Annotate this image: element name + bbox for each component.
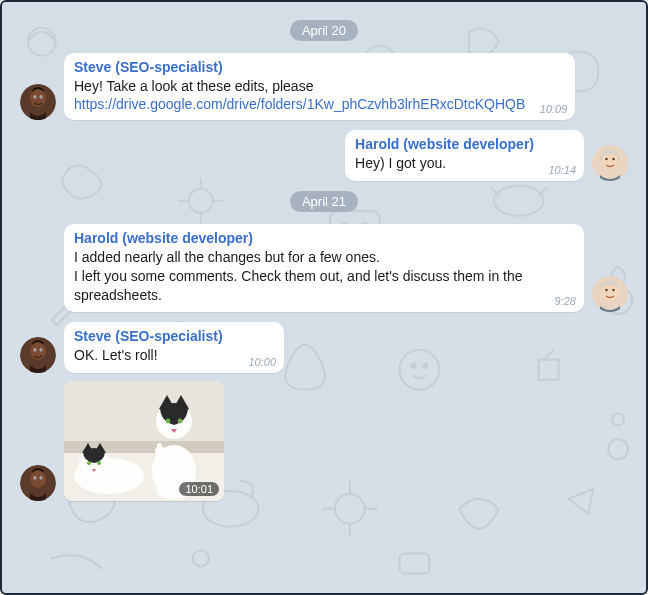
message-row: Steve (SEO-specialist) Hey! Take a look …	[20, 53, 628, 120]
message-bubble[interactable]: Harold (website developer) Hey) I got yo…	[345, 130, 584, 181]
svg-point-25	[34, 96, 35, 97]
message-time: 10:00	[248, 356, 276, 368]
message-text: OK. Let's roll!	[74, 346, 234, 365]
svg-rect-60	[157, 443, 162, 452]
chat-scroll-area[interactable]: April 20 Steve (SEO-specialist) Hey! Tak…	[2, 2, 646, 593]
message-row: Harold (website developer) I added nearl…	[20, 224, 628, 313]
avatar-harold[interactable]	[592, 276, 628, 312]
avatar-steve[interactable]	[20, 337, 56, 373]
svg-point-29	[605, 158, 607, 160]
image-time: 10:01	[179, 482, 219, 496]
message-time: 10:14	[548, 164, 576, 176]
message-row: Harold (website developer) Hey) I got yo…	[20, 130, 628, 181]
svg-point-26	[40, 96, 41, 97]
svg-point-30	[612, 158, 614, 160]
svg-point-42	[30, 470, 46, 488]
message-time: 9:28	[555, 295, 576, 307]
message-time: 10:09	[540, 103, 568, 115]
message-link[interactable]: https://drive.google.com/drive/folders/1…	[74, 96, 525, 112]
avatar-steve[interactable]	[20, 84, 56, 120]
svg-point-39	[34, 350, 35, 351]
message-text: Hey) I got you.	[355, 154, 534, 173]
sender-label: Harold (website developer)	[355, 136, 534, 152]
sender-label: Steve (SEO-specialist)	[74, 59, 525, 75]
message-row: Steve (SEO-specialist) OK. Let's roll! 1…	[20, 322, 628, 373]
svg-point-34	[612, 289, 614, 291]
svg-point-33	[605, 289, 607, 291]
message-bubble[interactable]: Harold (website developer) I added nearl…	[64, 224, 584, 313]
sender-label: Steve (SEO-specialist)	[74, 328, 234, 344]
message-bubble[interactable]: Steve (SEO-specialist) Hey! Take a look …	[64, 53, 575, 120]
chat-window: April 20 Steve (SEO-specialist) Hey! Tak…	[0, 0, 648, 595]
message-bubble[interactable]: Steve (SEO-specialist) OK. Let's roll! 1…	[64, 322, 284, 373]
svg-point-52	[87, 461, 91, 465]
date-separator: April 21	[290, 191, 358, 212]
message-row: 10:01	[20, 381, 628, 501]
image-attachment[interactable]: 10:01	[64, 381, 224, 501]
svg-point-57	[178, 419, 183, 424]
avatar-steve[interactable]	[20, 465, 56, 501]
svg-point-46	[40, 478, 41, 479]
svg-point-53	[97, 461, 101, 465]
svg-point-56	[166, 419, 171, 424]
message-text: Hey! Take a look at these edits, please	[74, 77, 525, 96]
sender-label: Harold (website developer)	[74, 230, 534, 246]
message-text: I added nearly all the changes but for a…	[74, 248, 534, 305]
svg-point-45	[34, 478, 35, 479]
date-separator: April 20	[290, 20, 358, 41]
svg-point-40	[40, 350, 41, 351]
avatar-harold[interactable]	[592, 145, 628, 181]
